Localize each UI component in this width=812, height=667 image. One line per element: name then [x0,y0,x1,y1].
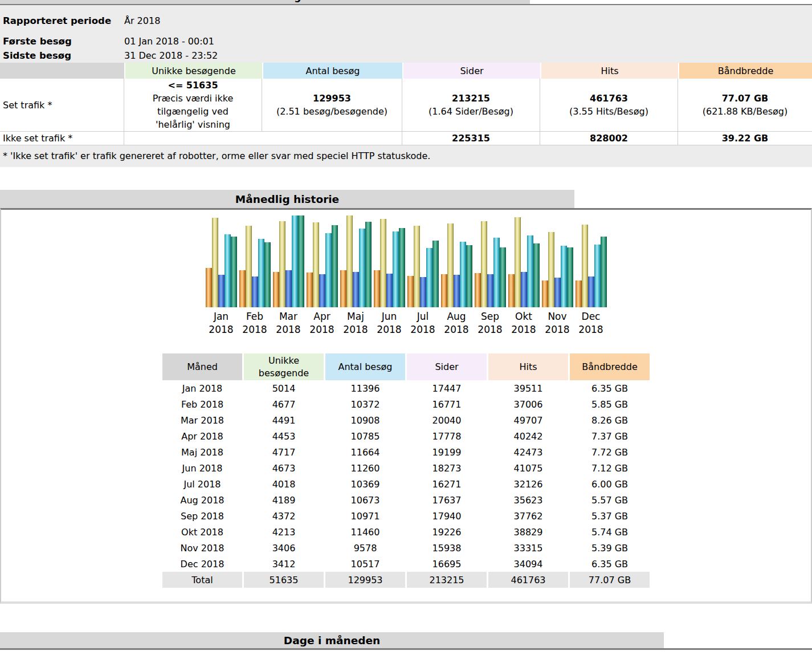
bar-p-bar [454,275,460,307]
total-pages: 213215 [407,572,487,588]
monthly-total-row: Total 51635 129953 213215 461763 77.07 G… [162,572,650,588]
summary-title-clipped: Sammendrag [0,0,530,2]
bar-v-bar [212,218,218,307]
summary-header-pages: Sider [402,63,540,79]
bar-p-bar [285,270,292,307]
bar-v-bar [313,222,319,307]
seen-traffic-unique-cell: <= 51635 Præcis værdi ikke tilgængelig v… [124,79,262,132]
bar-group-feb-2018 [239,226,271,307]
bar-k-bar [533,243,540,307]
table-row: Jan 201850141139617447395116.35 GB [162,380,650,396]
bar-group-jul-2018 [407,226,439,307]
bar-k-bar [264,242,271,307]
not-seen-traffic-label: Ikke set trafik * [0,132,124,145]
bar-v-bar [548,232,554,307]
table-row: Sep 201843721097117940377625.37 GB [162,508,650,524]
bar-h-bar [258,239,264,307]
bar-group-jun-2018 [374,219,405,307]
bar-p-bar [353,272,359,307]
bar-v-bar [279,221,285,307]
month-label: Okt2018 [508,310,540,336]
bar-h-bar [359,229,365,307]
bar-h-bar [426,248,432,307]
first-visit-value: 01 Jan 2018 - 00:01 [124,36,214,47]
bar-u-bar [441,274,447,307]
monthly-table: Måned Unikke besøgende Antal besøg Sider… [161,353,651,588]
table-row: Okt 201842131146019226388295.74 GB [162,524,650,540]
bar-h-bar [493,238,500,307]
summary-header-bandwidth: Båndbredde [678,63,812,79]
monthly-header-visits: Antal besøg [325,353,405,380]
monthly-history-title: Månedlig historie [235,193,339,205]
monthly-header-unique: Unikke besøgende [244,353,324,380]
bar-group-apr-2018 [307,222,338,307]
total-hits: 461763 [488,572,568,588]
days-box-top-border [0,648,812,650]
summary-section: Rapporteret periode År 2018 Første besøg… [0,5,812,167]
bar-group-maj-2018 [340,215,372,307]
days-in-month-title: Dage i måneden [284,635,380,646]
monthly-history-box: Jan2018Feb2018Mar2018Apr2018Maj2018Jun20… [0,208,812,604]
bar-k-bar [399,228,405,307]
bar-p-bar [252,276,258,307]
bar-k-bar [332,225,338,307]
bar-u-bar [475,273,481,307]
month-label: Maj2018 [340,310,372,336]
bar-u-bar [374,270,380,307]
bar-p-bar [420,277,426,307]
reported-period-label: Rapporteret periode [0,14,124,27]
table-row: Jun 201846731126018273410757.12 GB [162,460,650,476]
bar-u-bar [206,268,212,307]
month-label: Jun2018 [374,310,405,336]
bar-group-jan-2018 [206,218,237,307]
first-visit-row: Første besøg 01 Jan 2018 - 00:01 [0,34,812,48]
bar-u-bar [407,276,414,307]
total-label: Total [162,572,242,588]
total-bandwidth: 77.07 GB [570,572,650,588]
monthly-header-bandwidth: Båndbredde [570,353,650,380]
reported-period-row: Rapporteret periode År 2018 [0,7,812,34]
bar-v-bar [246,226,252,307]
total-unique: 51635 [244,572,324,588]
month-label: Jul2018 [407,310,439,336]
bar-v-bar [414,226,420,307]
seen-traffic-hits-cell: 461763 (3.55 Hits/Besøg) [540,79,678,132]
last-visit-label: Sidste besøg [0,49,124,62]
bar-k-bar [365,222,372,307]
bar-p-bar [554,278,561,307]
bar-u-bar [307,273,313,307]
not-seen-traffic-pages-cell: 225315 [402,132,540,145]
summary-title-bar: Sammendrag [0,0,530,4]
bar-k-bar [432,241,439,307]
bar-h-bar [292,215,298,307]
table-row: Maj 201847171166419199424737.72 GB [162,444,650,460]
table-row: Mar 201844911090820040497078.26 GB [162,412,650,428]
bar-u-bar [239,270,246,307]
bar-v-bar [346,215,353,307]
bar-h-bar [594,245,601,307]
bar-v-bar [447,223,454,307]
month-label: Apr2018 [307,310,338,336]
not-seen-traffic-hits-cell: 828002 [540,132,678,145]
bar-k-bar [567,247,573,307]
bar-h-bar [527,235,533,307]
bar-k-bar [500,247,506,307]
bar-group-dec-2018 [576,225,607,307]
total-visits: 129953 [325,572,405,588]
summary-header-visits: Antal besøg [262,63,402,79]
bar-h-bar [393,231,399,307]
bar-group-nov-2018 [542,232,573,307]
bar-k-bar [298,215,304,307]
bar-v-bar [481,221,487,307]
table-row: Feb 201846771037216771370065.85 GB [162,396,650,412]
bar-group-aug-2018 [441,223,472,307]
bar-group-okt-2018 [508,217,540,307]
table-row: Aug 201841891067317637356235.57 GB [162,492,650,508]
monthly-header-pages: Sider [407,353,487,380]
monthly-header-hits: Hits [488,353,568,380]
bar-u-bar [576,280,582,307]
seen-traffic-label: Set trafik * [0,79,124,132]
seen-traffic-bandwidth-cell: 77.07 GB (621.88 KB/Besøg) [678,79,812,132]
bar-group-mar-2018 [273,215,304,307]
bar-v-bar [380,219,386,307]
